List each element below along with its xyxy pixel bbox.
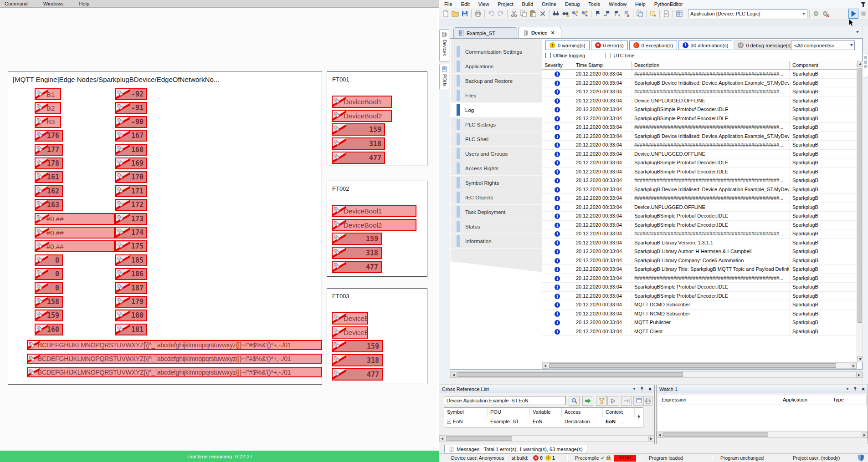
pin-icon[interactable] <box>640 386 644 392</box>
col-access[interactable]: Access <box>562 408 603 417</box>
log-horizontal-scrollbar[interactable] <box>542 362 857 369</box>
menu-item-tools[interactable]: Tools <box>588 1 600 7</box>
menu-item-file[interactable]: File <box>444 1 452 7</box>
watch-hscrollbar[interactable] <box>657 432 868 438</box>
log-row[interactable]: i20.12.2020 00:33:04####################… <box>542 70 857 79</box>
jump-button[interactable] <box>621 396 632 406</box>
save-project-icon[interactable] <box>460 9 469 18</box>
nav-item-plc-shell[interactable]: PLC Shell <box>451 132 542 147</box>
menu-item-view[interactable]: View <box>478 1 489 7</box>
scroll-thumb[interactable] <box>549 363 836 368</box>
log-row[interactable]: i20.12.2020 00:33:04SparkplugBSimple Pro… <box>542 212 857 221</box>
box-selection-icon[interactable] <box>648 9 657 18</box>
pin-icon[interactable] <box>853 386 858 392</box>
bookmark-clear-icon[interactable] <box>622 9 631 18</box>
tab-list-chevron-icon[interactable] <box>856 31 859 33</box>
log-row[interactable]: i20.12.2020 00:33:04SparkplugBSimple Pro… <box>542 283 857 292</box>
watch-titlebar[interactable]: Watch 1 × <box>657 385 868 393</box>
menu-item-edit[interactable]: Edit <box>461 1 470 7</box>
debug-filter-button[interactable]: D0 debug message(s) <box>734 41 796 50</box>
menu-item-build[interactable]: Build <box>522 1 533 7</box>
scroll-down-icon[interactable] <box>637 417 640 424</box>
col-description[interactable]: Description <box>632 61 790 69</box>
print-icon[interactable] <box>473 9 483 18</box>
log-row[interactable]: i20.12.2020 00:33:04SparkplugB Device In… <box>542 185 857 194</box>
log-row[interactable]: i20.12.2020 00:33:04MQTT DCMD Subscriber… <box>542 300 857 310</box>
watch-body[interactable] <box>658 405 867 431</box>
tab-device[interactable]: Device × <box>518 27 561 38</box>
scroll-thumb[interactable] <box>446 436 512 441</box>
nav-item-files[interactable]: Files <box>451 88 542 103</box>
log-row[interactable]: i20.12.2020 00:33:04####################… <box>542 229 857 239</box>
log-row[interactable]: i20.12.2020 00:33:04MQTT ClientSparkplug… <box>542 327 857 336</box>
nav-item-users-and-groups[interactable]: Users and Groups <box>451 147 542 161</box>
page-horizontal-scrollbar[interactable] <box>450 371 863 378</box>
col-context[interactable]: Context <box>603 408 635 417</box>
information-filter-button[interactable]: i30 information(s) <box>678 41 733 50</box>
replace-next-icon[interactable] <box>580 9 589 18</box>
warning-filter-button[interactable]: !0 warning(s) <box>545 41 590 50</box>
nav-item-access-rights[interactable]: Access Rights <box>451 161 542 176</box>
log-row[interactable]: i20.12.2020 00:33:04SparkplugB Device In… <box>542 132 857 141</box>
exception-filter-button[interactable]: E0 exception(s) <box>629 41 677 50</box>
nav-item-status[interactable]: Status <box>451 219 542 234</box>
menu-item-windows[interactable]: Windows <box>43 1 64 6</box>
copy-icon[interactable] <box>519 9 528 18</box>
nav-item-plc-settings[interactable]: PLC Settings <box>451 117 542 132</box>
log-row[interactable]: i20.12.2020 00:33:04####################… <box>542 141 857 150</box>
nav-item-symbol-rights[interactable]: Symbol Rights <box>451 176 542 190</box>
log-row[interactable]: i20.12.2020 00:33:04SparkplugBSimple Pro… <box>542 221 857 230</box>
menu-item-pythoneditor[interactable]: PythonEditor <box>654 1 683 7</box>
pous-dock-tab[interactable]: POUs <box>439 64 449 90</box>
resume-button[interactable] <box>607 396 618 406</box>
menu-item-window[interactable]: Window <box>609 1 627 7</box>
log-row[interactable]: i20.12.2020 00:33:04####################… <box>542 194 857 203</box>
paste-icon[interactable] <box>529 9 538 18</box>
menu-item-help[interactable]: Help <box>635 1 646 7</box>
cross-reference-hscrollbar[interactable] <box>439 435 654 442</box>
start-button[interactable] <box>848 9 858 19</box>
log-row[interactable]: i20.12.2020 00:33:04####################… <box>542 87 857 96</box>
devices-dock-tab[interactable]: Devices <box>439 29 449 62</box>
log-row[interactable]: i20.12.2020 00:33:04Device.UNPLUGGED.OFF… <box>542 203 857 212</box>
scroll-thumb[interactable] <box>457 372 683 377</box>
bookmark-next-icon[interactable] <box>612 9 621 18</box>
col-application[interactable]: Application <box>779 395 829 405</box>
delete-icon[interactable] <box>538 9 547 18</box>
filter-button[interactable] <box>596 396 607 406</box>
col-severity[interactable]: Severity <box>542 61 573 69</box>
log-row[interactable]: i20.12.2020 00:33:04MQTT PublisherSparkp… <box>542 318 857 327</box>
log-row[interactable]: i20.12.2020 00:33:04SparkplugBSimple Pro… <box>542 114 857 123</box>
filter-funnel-icon[interactable] <box>860 1 866 7</box>
redo-icon[interactable] <box>496 9 505 18</box>
log-row[interactable]: i20.12.2020 00:33:04SparkplugBSimple Pro… <box>542 292 857 301</box>
log-row[interactable]: i20.12.2020 00:33:04####################… <box>542 176 857 185</box>
log-row[interactable]: i20.12.2020 00:33:04####################… <box>542 274 857 283</box>
log-row[interactable]: i20.12.2020 00:33:04SparkplugB Library V… <box>542 239 857 248</box>
col-type[interactable]: Type <box>829 395 867 405</box>
cross-reference-row[interactable]: EoN Example_ST EoN Declaration EoN ... <box>444 417 643 427</box>
replace-icon[interactable] <box>570 9 580 18</box>
tab-example-st[interactable]: Example_ST <box>453 27 517 38</box>
find-icon[interactable] <box>551 9 560 18</box>
go-button[interactable] <box>582 396 593 406</box>
login-icon[interactable] <box>812 9 821 18</box>
log-row[interactable]: i20.12.2020 00:33:04SparkplugB Library T… <box>542 265 857 274</box>
log-row[interactable]: i20.12.2020 00:33:04SparkplugBSimple Pro… <box>542 168 857 177</box>
insert-grid-icon[interactable] <box>675 9 684 18</box>
right-dock-tab[interactable] <box>863 54 868 77</box>
log-row[interactable]: i20.12.2020 00:33:04SparkplugBSimple Pro… <box>542 158 857 168</box>
copy-special-icon[interactable] <box>635 9 644 18</box>
new-file-icon[interactable] <box>441 9 450 18</box>
print-button[interactable] <box>643 396 652 406</box>
log-row[interactable]: i20.12.2020 00:33:04Device.UNPLUGGED.OFF… <box>542 96 857 106</box>
nav-item-applications[interactable]: Applications <box>451 59 542 74</box>
logout-icon[interactable] <box>821 9 830 18</box>
col-timestamp[interactable]: Time Stamp <box>573 61 632 69</box>
cut-icon[interactable] <box>509 9 519 18</box>
tab-close-icon[interactable]: × <box>551 30 554 36</box>
col-symbol[interactable]: Symbol <box>444 408 488 417</box>
menu-item-online[interactable]: Online <box>542 1 556 7</box>
bookmark-previous-icon[interactable] <box>603 9 612 18</box>
send-to-editor-button[interactable] <box>633 396 644 406</box>
